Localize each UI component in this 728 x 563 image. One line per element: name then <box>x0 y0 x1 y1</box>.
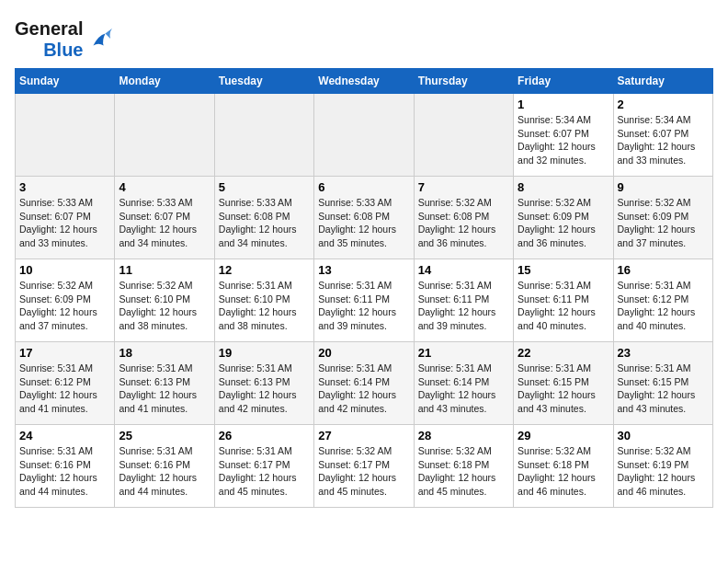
day-info: Sunrise: 5:32 AM Sunset: 6:09 PM Dayligh… <box>19 279 110 333</box>
day-info: Sunrise: 5:31 AM Sunset: 6:14 PM Dayligh… <box>418 362 509 416</box>
day-info: Sunrise: 5:34 AM Sunset: 6:07 PM Dayligh… <box>618 113 709 167</box>
day-number: 29 <box>518 429 609 442</box>
day-info: Sunrise: 5:33 AM Sunset: 6:08 PM Dayligh… <box>219 196 310 250</box>
day-info: Sunrise: 5:31 AM Sunset: 6:17 PM Dayligh… <box>219 444 310 499</box>
logo-general-text: General <box>15 18 83 40</box>
week-row: 3Sunrise: 5:33 AM Sunset: 6:07 PM Daylig… <box>16 177 713 259</box>
day-info: Sunrise: 5:31 AM Sunset: 6:16 PM Dayligh… <box>19 444 110 499</box>
day-number: 22 <box>518 346 609 360</box>
day-info: Sunrise: 5:31 AM Sunset: 6:12 PM Dayligh… <box>19 362 110 416</box>
day-info: Sunrise: 5:32 AM Sunset: 6:18 PM Dayligh… <box>418 444 509 499</box>
day-number: 15 <box>518 263 609 277</box>
week-row: 24Sunrise: 5:31 AM Sunset: 6:16 PM Dayli… <box>16 425 713 508</box>
calendar-cell: 15Sunrise: 5:31 AM Sunset: 6:11 PM Dayli… <box>514 259 613 342</box>
calendar-cell: 17Sunrise: 5:31 AM Sunset: 6:12 PM Dayli… <box>16 342 115 425</box>
calendar-cell: 9Sunrise: 5:32 AM Sunset: 6:09 PM Daylig… <box>613 177 712 259</box>
calendar-cell: 13Sunrise: 5:31 AM Sunset: 6:11 PM Dayli… <box>314 259 414 342</box>
day-number: 24 <box>19 429 110 442</box>
day-of-week-header: Sunday <box>16 69 115 94</box>
day-number: 5 <box>219 180 310 194</box>
day-info: Sunrise: 5:32 AM Sunset: 6:19 PM Dayligh… <box>618 444 709 499</box>
calendar-cell: 1Sunrise: 5:34 AM Sunset: 6:07 PM Daylig… <box>514 94 613 177</box>
calendar-cell: 27Sunrise: 5:32 AM Sunset: 6:17 PM Dayli… <box>314 425 414 508</box>
calendar-cell: 5Sunrise: 5:33 AM Sunset: 6:08 PM Daylig… <box>214 177 313 259</box>
day-info: Sunrise: 5:32 AM Sunset: 6:18 PM Dayligh… <box>518 444 609 499</box>
day-info: Sunrise: 5:33 AM Sunset: 6:07 PM Dayligh… <box>119 196 210 250</box>
day-number: 16 <box>618 263 709 277</box>
day-info: Sunrise: 5:31 AM Sunset: 6:15 PM Dayligh… <box>518 362 609 416</box>
day-info: Sunrise: 5:31 AM Sunset: 6:15 PM Dayligh… <box>618 362 709 416</box>
calendar-cell: 8Sunrise: 5:32 AM Sunset: 6:09 PM Daylig… <box>514 177 613 259</box>
calendar-cell: 30Sunrise: 5:32 AM Sunset: 6:19 PM Dayli… <box>613 425 712 508</box>
day-number: 11 <box>119 263 210 277</box>
day-info: Sunrise: 5:32 AM Sunset: 6:09 PM Dayligh… <box>518 196 609 250</box>
day-number: 25 <box>119 429 210 442</box>
day-info: Sunrise: 5:32 AM Sunset: 6:08 PM Dayligh… <box>418 196 509 250</box>
calendar-cell: 20Sunrise: 5:31 AM Sunset: 6:14 PM Dayli… <box>314 342 414 425</box>
calendar-cell: 21Sunrise: 5:31 AM Sunset: 6:14 PM Dayli… <box>414 342 513 425</box>
calendar-cell: 4Sunrise: 5:33 AM Sunset: 6:07 PM Daylig… <box>115 177 214 259</box>
day-number: 8 <box>518 180 609 194</box>
day-info: Sunrise: 5:34 AM Sunset: 6:07 PM Dayligh… <box>518 113 609 167</box>
day-number: 4 <box>119 180 210 194</box>
day-number: 17 <box>19 346 110 360</box>
calendar: SundayMondayTuesdayWednesdayThursdayFrid… <box>15 68 713 508</box>
calendar-cell: 23Sunrise: 5:31 AM Sunset: 6:15 PM Dayli… <box>613 342 712 425</box>
day-info: Sunrise: 5:33 AM Sunset: 6:07 PM Dayligh… <box>19 196 110 250</box>
calendar-cell: 11Sunrise: 5:32 AM Sunset: 6:10 PM Dayli… <box>115 259 214 342</box>
calendar-cell: 2Sunrise: 5:34 AM Sunset: 6:07 PM Daylig… <box>613 94 712 177</box>
day-info: Sunrise: 5:31 AM Sunset: 6:12 PM Dayligh… <box>618 279 709 333</box>
day-number: 10 <box>19 263 110 277</box>
calendar-cell: 24Sunrise: 5:31 AM Sunset: 6:16 PM Dayli… <box>16 425 115 508</box>
logo: General Blue <box>15 15 112 61</box>
header: General Blue <box>15 15 713 61</box>
day-number: 23 <box>618 346 709 360</box>
calendar-cell: 16Sunrise: 5:31 AM Sunset: 6:12 PM Dayli… <box>613 259 712 342</box>
calendar-cell: 6Sunrise: 5:33 AM Sunset: 6:08 PM Daylig… <box>314 177 414 259</box>
day-number: 3 <box>19 180 110 194</box>
day-info: Sunrise: 5:31 AM Sunset: 6:13 PM Dayligh… <box>219 362 310 416</box>
calendar-cell: 26Sunrise: 5:31 AM Sunset: 6:17 PM Dayli… <box>214 425 313 508</box>
day-info: Sunrise: 5:32 AM Sunset: 6:10 PM Dayligh… <box>119 279 210 333</box>
calendar-cell: 10Sunrise: 5:32 AM Sunset: 6:09 PM Dayli… <box>16 259 115 342</box>
day-number: 12 <box>219 263 310 277</box>
calendar-cell: 28Sunrise: 5:32 AM Sunset: 6:18 PM Dayli… <box>414 425 513 508</box>
day-of-week-header: Friday <box>514 69 613 94</box>
day-number: 2 <box>618 98 709 111</box>
day-info: Sunrise: 5:31 AM Sunset: 6:14 PM Dayligh… <box>318 362 409 416</box>
day-info: Sunrise: 5:31 AM Sunset: 6:16 PM Dayligh… <box>119 444 210 499</box>
day-of-week-header: Thursday <box>414 69 513 94</box>
day-of-week-header: Tuesday <box>214 69 313 94</box>
day-number: 26 <box>219 429 310 442</box>
day-number: 21 <box>418 346 509 360</box>
calendar-cell <box>16 94 115 177</box>
day-of-week-header: Wednesday <box>314 69 414 94</box>
logo-inner: General Blue <box>15 18 112 61</box>
day-info: Sunrise: 5:31 AM Sunset: 6:11 PM Dayligh… <box>418 279 509 333</box>
day-number: 18 <box>119 346 210 360</box>
calendar-cell: 12Sunrise: 5:31 AM Sunset: 6:10 PM Dayli… <box>214 259 313 342</box>
calendar-cell: 7Sunrise: 5:32 AM Sunset: 6:08 PM Daylig… <box>414 177 513 259</box>
day-number: 30 <box>618 429 709 442</box>
day-number: 1 <box>518 98 609 111</box>
day-info: Sunrise: 5:31 AM Sunset: 6:11 PM Dayligh… <box>318 279 409 333</box>
week-row: 10Sunrise: 5:32 AM Sunset: 6:09 PM Dayli… <box>16 259 713 342</box>
day-of-week-header: Monday <box>115 69 214 94</box>
calendar-cell: 22Sunrise: 5:31 AM Sunset: 6:15 PM Dayli… <box>514 342 613 425</box>
day-number: 13 <box>318 263 409 277</box>
week-row: 17Sunrise: 5:31 AM Sunset: 6:12 PM Dayli… <box>16 342 713 425</box>
calendar-cell <box>214 94 313 177</box>
day-of-week-header: Saturday <box>613 69 712 94</box>
calendar-cell <box>414 94 513 177</box>
calendar-cell: 3Sunrise: 5:33 AM Sunset: 6:07 PM Daylig… <box>16 177 115 259</box>
calendar-cell <box>314 94 414 177</box>
week-row: 1Sunrise: 5:34 AM Sunset: 6:07 PM Daylig… <box>16 94 713 177</box>
day-number: 7 <box>418 180 509 194</box>
day-info: Sunrise: 5:31 AM Sunset: 6:13 PM Dayligh… <box>119 362 210 416</box>
day-number: 27 <box>318 429 409 442</box>
day-number: 28 <box>418 429 509 442</box>
day-number: 20 <box>318 346 409 360</box>
day-info: Sunrise: 5:33 AM Sunset: 6:08 PM Dayligh… <box>318 196 409 250</box>
calendar-cell: 14Sunrise: 5:31 AM Sunset: 6:11 PM Dayli… <box>414 259 513 342</box>
day-info: Sunrise: 5:32 AM Sunset: 6:17 PM Dayligh… <box>318 444 409 499</box>
